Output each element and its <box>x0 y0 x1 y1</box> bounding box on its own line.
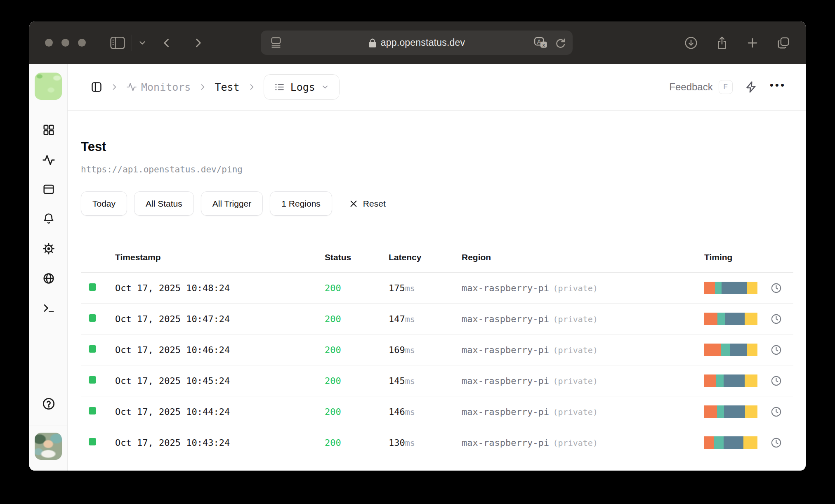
row-latency: 145ms <box>389 376 462 386</box>
clock-icon[interactable] <box>771 437 793 448</box>
table-row[interactable]: Oct 17, 2025 10:45:24 200 145ms max-rasp… <box>81 365 793 396</box>
row-latency: 175ms <box>389 283 462 293</box>
filter-status-button[interactable]: All Status <box>134 191 194 216</box>
browser-window: app.openstatus.dev A x <box>29 21 806 471</box>
timing-segment <box>704 344 721 356</box>
clock-icon[interactable] <box>771 375 793 386</box>
clock-icon[interactable] <box>771 283 793 294</box>
timing-bar <box>704 282 757 294</box>
url-domain[interactable]: app.openstatus.dev <box>381 37 465 48</box>
dashboard-grid-icon[interactable] <box>29 124 68 136</box>
monitor-url: https://api.openstatus.dev/ping <box>81 165 793 174</box>
sidebar-toggle-icon[interactable] <box>110 37 125 49</box>
timing-bar <box>704 374 757 387</box>
main-content: Test https://api.openstatus.dev/ping Tod… <box>68 111 806 458</box>
row-region: max-raspberry-pi (private) <box>462 407 704 417</box>
close-button[interactable] <box>45 39 53 47</box>
sidebar-chevron-down-icon[interactable] <box>138 38 147 47</box>
row-timestamp: Oct 17, 2025 10:47:24 <box>115 314 325 324</box>
table-row[interactable]: Oct 17, 2025 10:48:24 200 175ms max-rasp… <box>81 273 793 304</box>
timing-bar <box>704 344 757 356</box>
breadcrumb-current[interactable]: Test <box>215 81 239 93</box>
row-status: 200 <box>325 314 389 324</box>
row-timestamp: Oct 17, 2025 10:44:24 <box>115 407 325 417</box>
translate-icon[interactable]: A x <box>534 37 548 49</box>
help-icon[interactable] <box>29 397 68 410</box>
chevron-down-icon <box>321 83 329 91</box>
timing-segment <box>724 405 745 418</box>
breadcrumb-monitors[interactable]: Monitors <box>126 81 191 93</box>
status-dot <box>89 314 96 322</box>
clock-icon[interactable] <box>771 313 793 325</box>
row-timestamp: Oct 17, 2025 10:48:24 <box>115 283 325 293</box>
globe-icon[interactable] <box>29 272 68 285</box>
logs-dropdown-button[interactable]: Logs <box>264 74 340 100</box>
minimize-button[interactable] <box>61 39 69 47</box>
row-status: 200 <box>325 345 389 355</box>
timing-segment <box>743 436 757 449</box>
logs-button-label: Logs <box>290 81 315 93</box>
address-bar[interactable]: app.openstatus.dev A x <box>261 31 573 55</box>
row-timestamp: Oct 17, 2025 10:43:24 <box>115 438 325 448</box>
terminal-icon[interactable] <box>29 302 68 314</box>
user-avatar[interactable] <box>35 433 62 460</box>
table-row[interactable]: Oct 17, 2025 10:46:24 200 169ms max-rasp… <box>81 334 793 365</box>
col-status[interactable]: Status <box>325 252 389 262</box>
timing-segment <box>717 313 725 325</box>
new-tab-icon[interactable] <box>746 37 759 49</box>
status-page-icon[interactable] <box>29 183 68 195</box>
chevron-right-icon <box>110 83 118 91</box>
timing-segment <box>704 282 715 294</box>
timing-segment <box>747 282 757 294</box>
list-icon <box>274 82 285 92</box>
filter-trigger-button[interactable]: All Trigger <box>201 191 263 216</box>
row-region: max-raspberry-pi (private) <box>462 345 704 355</box>
feedback-button[interactable]: Feedback F <box>669 80 732 94</box>
row-status: 200 <box>325 407 389 417</box>
timing-segment <box>745 374 757 387</box>
tab-overview-icon[interactable] <box>777 36 790 49</box>
filter-regions-button[interactable]: 1 Regions <box>270 191 332 216</box>
reload-icon[interactable] <box>554 37 566 49</box>
timing-segment <box>716 374 724 387</box>
page-title: Test <box>81 139 793 154</box>
workspace-logo[interactable] <box>35 73 62 100</box>
zoom-button[interactable] <box>78 39 86 47</box>
col-timing[interactable]: Timing <box>704 252 771 262</box>
col-region[interactable]: Region <box>462 252 704 262</box>
reset-filters-button[interactable]: Reset <box>349 199 386 209</box>
notifications-bell-icon[interactable] <box>29 212 68 225</box>
row-region: max-raspberry-pi (private) <box>462 314 704 324</box>
lightning-icon[interactable] <box>745 81 757 93</box>
back-button-icon[interactable] <box>161 37 173 49</box>
clock-icon[interactable] <box>771 406 793 417</box>
share-icon[interactable] <box>716 36 728 50</box>
downloads-icon[interactable] <box>684 36 698 49</box>
col-latency[interactable]: Latency <box>389 252 462 262</box>
chevron-right-icon <box>198 83 207 91</box>
monitors-activity-icon[interactable] <box>29 153 68 167</box>
timing-segment <box>717 405 724 418</box>
table-row[interactable]: Oct 17, 2025 10:44:24 200 146ms max-rasp… <box>81 396 793 427</box>
table-row[interactable]: Oct 17, 2025 10:43:24 200 130ms max-rasp… <box>81 427 793 458</box>
settings-gear-icon[interactable] <box>29 243 68 255</box>
row-timestamp: Oct 17, 2025 10:46:24 <box>115 345 325 355</box>
table-row[interactable]: Oct 17, 2025 10:47:24 200 147ms max-rasp… <box>81 304 793 334</box>
more-menu-icon[interactable]: ••• <box>770 80 786 94</box>
reset-label: Reset <box>363 199 386 209</box>
filter-today-button[interactable]: Today <box>81 191 127 216</box>
x-icon <box>349 199 358 208</box>
row-region: max-raspberry-pi (private) <box>462 438 704 448</box>
timing-segment <box>725 313 745 325</box>
filter-bar: Today All Status All Trigger 1 Regions R… <box>81 191 793 216</box>
status-dot <box>89 345 96 353</box>
col-timestamp[interactable]: Timestamp <box>115 252 325 262</box>
panel-toggle-icon[interactable] <box>91 81 102 93</box>
row-region: max-raspberry-pi (private) <box>462 283 704 293</box>
row-status: 200 <box>325 376 389 386</box>
timing-segment <box>704 374 716 387</box>
forward-button-icon[interactable] <box>191 37 204 49</box>
clock-icon[interactable] <box>771 344 793 356</box>
status-dot <box>89 407 96 415</box>
breadcrumb: Monitors Test <box>91 74 340 100</box>
